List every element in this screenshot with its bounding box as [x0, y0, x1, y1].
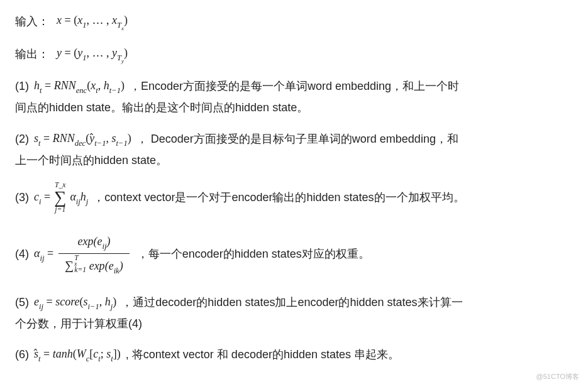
item-1-desc2: 间点的hidden state。输出的是这个时间点的hidden state。: [15, 99, 573, 117]
item-2-num: (2): [15, 130, 29, 148]
fraction: exp(eij) ∑Txk=1 exp(eik): [58, 231, 130, 278]
item-6-num: (6): [15, 346, 29, 364]
output-label: 输出：: [15, 45, 49, 63]
item-6-desc: , 将context vector 和 decoder的hidden state…: [126, 346, 399, 364]
item-5-formula: eij = score(si−1, hj): [34, 293, 116, 312]
item-1-desc: ，Encoder方面接受的是每一个单词word embedding，和上一个时: [130, 77, 459, 96]
item-3-num: (3): [15, 189, 29, 207]
item-1-num: (1): [15, 77, 29, 96]
input-formula: x = (x1, … , xTx): [57, 11, 128, 31]
item-1-formula: ht = RNNenc(xt, ht−1): [34, 77, 125, 96]
watermark: @51CTO博客: [536, 371, 579, 376]
item-2-desc: ， Decoder方面接受的是目标句子里单词的word embedding，和: [136, 130, 458, 148]
item-5-desc2: 个分数，用于计算权重(4): [15, 315, 573, 333]
item-4-num: (4): [15, 245, 29, 263]
input-row: 输入： x = (x1, … , xTx): [15, 11, 573, 31]
item-4-lhs: αij =: [34, 244, 53, 264]
item-4-desc: ，每一个encoder的hidden states对应的权重。: [137, 245, 370, 263]
item-3-rhs: αijhj: [70, 188, 88, 207]
item-6: (6) ŝt = tanh(Wc[ct; st]) , 将context ve…: [15, 345, 573, 364]
item-5-desc: ，通过decoder的hidden states加上encoder的hidden…: [121, 293, 462, 312]
item-3-desc: ，context vector是一个对于encoder输出的hidden sta…: [93, 189, 464, 207]
item-4: (4) αij = exp(eij) ∑Txk=1 exp(eik) ，每一个e…: [15, 231, 573, 278]
item-2-desc2: 上一个时间点的hidden state。: [15, 151, 573, 170]
output-row: 输出： y = (y1, … , yTy): [15, 44, 573, 64]
item-3: (3) ci = T_x ∑ j=1 αijhj ，context vector…: [15, 182, 573, 213]
item-6-formula: ŝt = tanh(Wc[ct; st]): [34, 345, 121, 364]
item-5: (5) eij = score(si−1, hj) ，通过decoder的hid…: [15, 293, 573, 312]
summation-icon: T_x ∑ j=1: [54, 182, 66, 213]
item-2: (2) st = RNNdec(ŷt−1, st−1) ， Decoder方面…: [15, 129, 573, 149]
input-label: 输入：: [15, 13, 49, 31]
item-1: (1) ht = RNNenc(xt, ht−1) ，Encoder方面接受的是…: [15, 77, 573, 96]
output-formula: y = (y1, … , yTy): [57, 44, 128, 64]
item-2-formula: st = RNNdec(ŷt−1, st−1): [34, 129, 131, 149]
item-5-num: (5): [15, 293, 29, 312]
item-3-lhs: ci =: [34, 188, 50, 207]
